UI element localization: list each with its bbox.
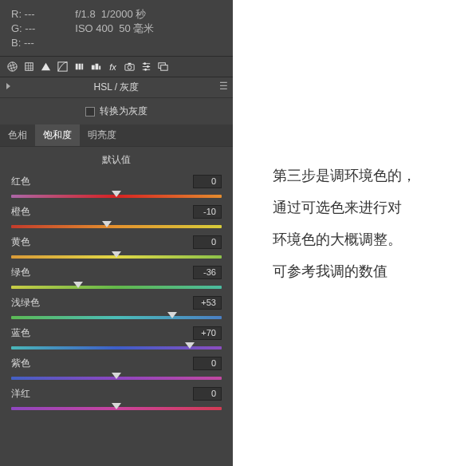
convert-grayscale-row: 转换为灰度 xyxy=(0,98,233,124)
sliders-container: 红色0橙色-10黄色0绿色-36浅绿色+53蓝色+70紫色0洋红0 xyxy=(0,173,233,424)
slider-track[interactable] xyxy=(11,373,222,384)
slider-value[interactable]: -36 xyxy=(193,266,222,279)
rgb-g: G: --- xyxy=(11,22,35,35)
svg-rect-9 xyxy=(81,64,83,70)
disclosure-icon[interactable] xyxy=(6,83,10,89)
slider-value[interactable]: 0 xyxy=(193,387,222,401)
hsl-tabs: 色相 饱和度 明亮度 xyxy=(0,124,233,146)
sliders-icon[interactable] xyxy=(139,59,154,74)
panel-title: HSL / 灰度 xyxy=(94,81,140,94)
slider-value[interactable]: +70 xyxy=(193,326,222,340)
slider-value[interactable]: -10 xyxy=(193,205,222,219)
slider-track[interactable] xyxy=(11,342,222,353)
svg-rect-8 xyxy=(79,64,81,70)
svg-rect-10 xyxy=(92,65,95,70)
slider-thumb[interactable] xyxy=(102,221,112,227)
fx-icon[interactable]: fx xyxy=(105,59,120,74)
slider-thumb[interactable] xyxy=(112,403,121,409)
svg-point-19 xyxy=(144,62,146,65)
slider-value[interactable]: 0 xyxy=(193,357,222,370)
svg-rect-7 xyxy=(76,64,78,70)
svg-rect-12 xyxy=(99,66,100,70)
svg-point-20 xyxy=(147,65,149,68)
hsl-panel: R: --- G: --- B: --- f/1.8 1/2000 秒 ISO … xyxy=(0,0,233,466)
svg-rect-15 xyxy=(128,63,132,65)
convert-grayscale-label: 转换为灰度 xyxy=(100,105,148,118)
crop-icon[interactable] xyxy=(22,59,37,74)
panel-title-bar: HSL / 灰度 ☰ xyxy=(0,77,233,98)
slider-row: 洋红0 xyxy=(11,387,222,414)
slider-thumb[interactable] xyxy=(167,312,177,318)
svg-point-0 xyxy=(8,62,17,71)
slider-value[interactable]: +53 xyxy=(193,296,222,310)
panel-menu-icon[interactable]: ☰ xyxy=(219,81,228,92)
slider-label: 紫色 xyxy=(11,357,30,370)
tab-luminance[interactable]: 明亮度 xyxy=(80,124,124,146)
slider-value[interactable]: 0 xyxy=(193,235,222,249)
svg-point-21 xyxy=(144,69,147,71)
convert-grayscale-checkbox[interactable] xyxy=(85,107,95,116)
exposure-icon[interactable] xyxy=(38,59,53,74)
slider-label: 绿色 xyxy=(11,266,30,279)
slider-row: 橙色-10 xyxy=(11,205,222,232)
defaults-label[interactable]: 默认值 xyxy=(0,146,233,173)
slider-label: 红色 xyxy=(11,175,30,188)
svg-rect-11 xyxy=(96,64,99,70)
slider-row: 蓝色+70 xyxy=(11,326,222,353)
rgb-r: R: --- xyxy=(11,8,35,21)
instructions-line: 环境色的大概调整。 xyxy=(273,223,416,255)
slider-thumb[interactable] xyxy=(73,282,83,288)
svg-rect-1 xyxy=(26,63,33,70)
svg-rect-6 xyxy=(58,62,67,71)
detail-icon[interactable] xyxy=(72,59,87,74)
slider-row: 绿色-36 xyxy=(11,266,222,293)
metadata-bar: R: --- G: --- B: --- f/1.8 1/2000 秒 ISO … xyxy=(0,0,233,56)
slider-track[interactable] xyxy=(11,191,222,202)
curve-icon[interactable] xyxy=(55,59,70,74)
toolbar: fx xyxy=(0,56,233,77)
camera-icon[interactable] xyxy=(122,59,137,74)
slider-row: 黄色0 xyxy=(11,235,222,263)
slider-row: 紫色0 xyxy=(11,357,222,384)
focal-value: 50 毫米 xyxy=(119,22,154,34)
slider-thumb[interactable] xyxy=(112,373,121,379)
svg-point-14 xyxy=(128,65,132,69)
shutter-value: 1/2000 秒 xyxy=(101,8,146,20)
slider-label: 洋红 xyxy=(11,387,30,401)
tab-hue[interactable]: 色相 xyxy=(0,124,35,146)
tab-saturation[interactable]: 饱和度 xyxy=(35,124,80,146)
instructions-line: 通过可选色来进行对 xyxy=(273,192,416,223)
instructions-text: 第三步是调环境色的， 通过可选色来进行对 环境色的大概调整。 可参考我调的数值 xyxy=(273,160,416,287)
instructions-line: 第三步是调环境色的， xyxy=(273,160,416,192)
slider-row: 浅绿色+53 xyxy=(11,296,222,323)
slider-track[interactable] xyxy=(11,251,222,263)
slider-track[interactable] xyxy=(11,403,222,414)
slider-thumb[interactable] xyxy=(112,191,121,197)
rgb-b: B: --- xyxy=(11,37,35,49)
svg-rect-23 xyxy=(161,65,167,71)
iso-value: ISO 400 xyxy=(75,22,113,34)
aperture-value: f/1.8 xyxy=(75,8,95,20)
hsl-icon[interactable] xyxy=(89,59,104,74)
slider-track[interactable] xyxy=(11,282,222,293)
slider-label: 黄色 xyxy=(11,235,30,249)
slider-row: 红色0 xyxy=(11,175,222,202)
slider-label: 浅绿色 xyxy=(11,296,40,310)
slider-label: 橙色 xyxy=(11,205,30,219)
slider-value[interactable]: 0 xyxy=(193,175,222,188)
instructions-line: 可参考我调的数值 xyxy=(273,255,416,287)
slider-track[interactable] xyxy=(11,221,222,232)
slider-thumb[interactable] xyxy=(185,342,195,349)
slider-thumb[interactable] xyxy=(112,251,121,258)
slider-track[interactable] xyxy=(11,312,222,323)
presets-icon[interactable] xyxy=(155,59,171,74)
slider-label: 蓝色 xyxy=(11,326,30,340)
aperture-icon[interactable] xyxy=(5,59,20,74)
